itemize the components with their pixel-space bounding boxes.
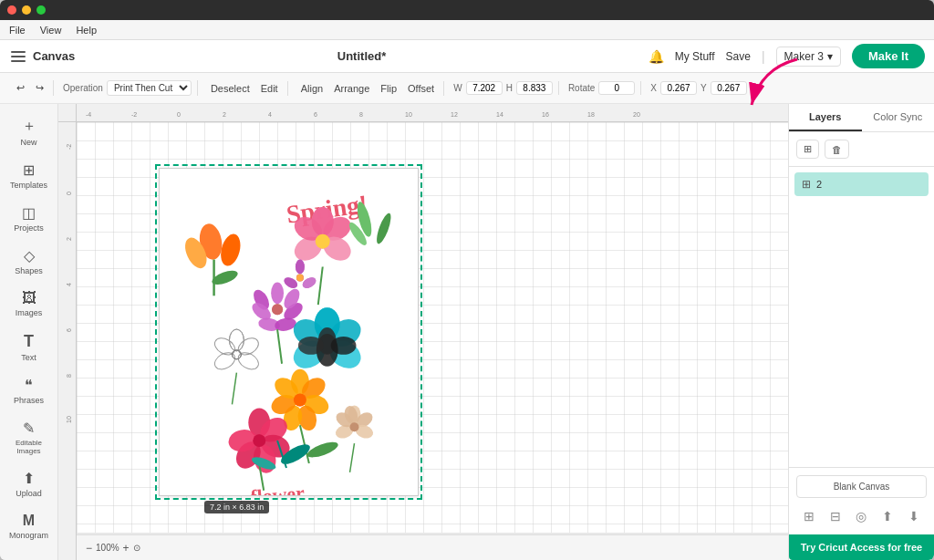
svg-text:4: 4 <box>66 283 72 286</box>
undo-button[interactable]: ↩ <box>13 80 28 96</box>
text-icon: T <box>24 332 34 351</box>
menu-bar: File View Help <box>0 20 934 40</box>
canvas-area[interactable]: -4 -2 0 2 4 6 8 10 12 14 16 18 20 <box>58 104 788 560</box>
delete-layer-button[interactable]: 🗑 <box>825 140 849 159</box>
svg-line-34 <box>318 267 323 306</box>
height-input[interactable] <box>516 81 553 95</box>
toolbar-position-group: X Y <box>645 81 752 95</box>
fit-icon[interactable]: ⊙ <box>133 543 140 553</box>
sidebar-item-images[interactable]: 🖼 Images <box>4 285 55 323</box>
hamburger-menu[interactable] <box>9 49 27 64</box>
align-button[interactable]: Align <box>297 81 327 96</box>
panel-bottom: Blank Canvas ⊞ ⊟ ◎ ⬆ ⬇ <box>789 467 934 534</box>
x-input[interactable] <box>660 81 697 95</box>
zoom-control[interactable]: − 100% + ⊙ <box>86 542 140 555</box>
menu-view[interactable]: View <box>40 25 62 36</box>
sidebar-item-text[interactable]: T Text <box>4 327 55 368</box>
width-input[interactable] <box>466 81 503 95</box>
sidebar-item-shapes[interactable]: ◇ Shapes <box>4 242 55 281</box>
svg-point-66 <box>331 337 357 355</box>
nav-title: Untitled* <box>82 49 641 63</box>
rotate-label: Rotate <box>568 83 595 93</box>
svg-text:flower: flower <box>250 482 306 495</box>
tab-layers[interactable]: Layers <box>789 104 862 131</box>
svg-line-47 <box>277 329 282 364</box>
projects-icon: ◫ <box>22 204 36 222</box>
deselect-button[interactable]: Deselect <box>207 81 254 96</box>
svg-line-76 <box>232 373 236 405</box>
tab-color-sync[interactable]: Color Sync <box>862 104 935 131</box>
layer-item[interactable]: ⊞ 2 <box>794 172 929 196</box>
rotate-input[interactable] <box>598 81 635 95</box>
svg-point-55 <box>296 274 304 281</box>
height-label: H <box>506 83 513 93</box>
svg-point-39 <box>271 282 284 304</box>
nav-right: 🔔 My Stuff Save | Maker 3 ▾ Make It <box>649 44 925 68</box>
sidebar-item-new[interactable]: ＋ New <box>4 111 55 152</box>
panel-icon-3[interactable]: ◎ <box>856 509 867 524</box>
title-bar <box>0 0 934 20</box>
arrange-button[interactable]: Arrange <box>330 81 373 96</box>
phrases-icon: ❝ <box>25 377 33 394</box>
sidebar-label-shapes: Shapes <box>15 266 43 275</box>
sidebar-item-upload[interactable]: ⬆ Upload <box>4 464 55 503</box>
svg-point-52 <box>296 260 305 275</box>
operation-select[interactable]: Print Then Cut <box>107 80 192 96</box>
ruler-vertical: -2 0 2 4 6 8 10 <box>58 122 77 560</box>
close-dot[interactable] <box>7 5 16 15</box>
maker-selector[interactable]: Maker 3 ▾ <box>776 47 841 67</box>
left-sidebar: ＋ New ⊞ Templates ◫ Projects ◇ Shapes 🖼 … <box>0 104 58 560</box>
y-label: Y <box>700 83 707 93</box>
upload-icon: ⬆ <box>23 470 35 487</box>
sidebar-item-monogram[interactable]: M Monogram <box>4 507 55 545</box>
svg-text:2: 2 <box>223 111 226 118</box>
ruler-corner <box>58 104 77 122</box>
sidebar-label-phrases: Phrases <box>14 396 44 405</box>
duplicate-layer-button[interactable]: ⊞ <box>796 140 819 159</box>
try-cricut-button[interactable]: Try Cricut Access for free <box>789 534 934 560</box>
offset-button[interactable]: Offset <box>404 81 438 96</box>
make-it-button[interactable]: Make It <box>852 44 925 68</box>
redo-button[interactable]: ↪ <box>32 80 47 96</box>
svg-point-104 <box>253 434 265 447</box>
sidebar-label-new: New <box>20 138 36 147</box>
panel-icon-4[interactable]: ⬆ <box>882 509 893 524</box>
sidebar-item-templates[interactable]: ⊞ Templates <box>4 156 55 195</box>
zoom-out-icon[interactable]: − <box>86 542 92 555</box>
edit-button[interactable]: Edit <box>257 81 282 96</box>
panel-icon-5[interactable]: ⬇ <box>908 509 919 524</box>
my-stuff-link[interactable]: My Stuff <box>675 50 715 63</box>
menu-file[interactable]: File <box>9 25 26 36</box>
svg-point-72 <box>229 329 244 351</box>
svg-point-33 <box>316 234 330 249</box>
svg-text:2: 2 <box>66 237 72 241</box>
bell-icon[interactable]: 🔔 <box>649 49 664 64</box>
toolbar: ↩ ↪ Operation Print Then Cut Deselect Ed… <box>0 73 934 104</box>
artboard[interactable]: Spring! <box>159 168 419 496</box>
panel-icon-2[interactable]: ⊟ <box>830 509 841 524</box>
minimize-dot[interactable] <box>22 5 31 15</box>
panel-icon-1[interactable]: ⊞ <box>804 509 815 524</box>
svg-text:14: 14 <box>496 111 503 118</box>
blank-canvas-button[interactable]: Blank Canvas <box>796 475 927 498</box>
shapes-icon: ◇ <box>24 247 35 264</box>
chevron-down-icon: ▾ <box>827 50 833 63</box>
size-label: W <box>453 83 462 93</box>
save-button[interactable]: Save <box>726 50 751 63</box>
toolbar-operation-group: Operation Print Then Cut <box>57 80 198 96</box>
sidebar-label-projects: Projects <box>14 223 44 233</box>
monogram-icon: M <box>23 513 35 529</box>
y-input[interactable] <box>711 81 747 95</box>
flip-button[interactable]: Flip <box>377 81 400 96</box>
menu-help[interactable]: Help <box>76 25 97 36</box>
status-bar: − 100% + ⊙ <box>77 534 788 560</box>
maximize-dot[interactable] <box>36 5 46 15</box>
zoom-in-icon[interactable]: + <box>123 542 130 555</box>
toolbar-arrange-group: Align Arrange Flip Offset <box>292 81 445 96</box>
sidebar-item-phrases[interactable]: ❝ Phrases <box>4 371 55 410</box>
sidebar-label-text: Text <box>21 353 36 362</box>
window-frame: File View Help Canvas Untitled* 🔔 My Stu… <box>0 0 934 560</box>
sidebar-item-projects[interactable]: ◫ Projects <box>4 199 55 238</box>
svg-text:12: 12 <box>451 111 458 118</box>
sidebar-item-editable[interactable]: ✎ Editable Images <box>4 414 55 461</box>
